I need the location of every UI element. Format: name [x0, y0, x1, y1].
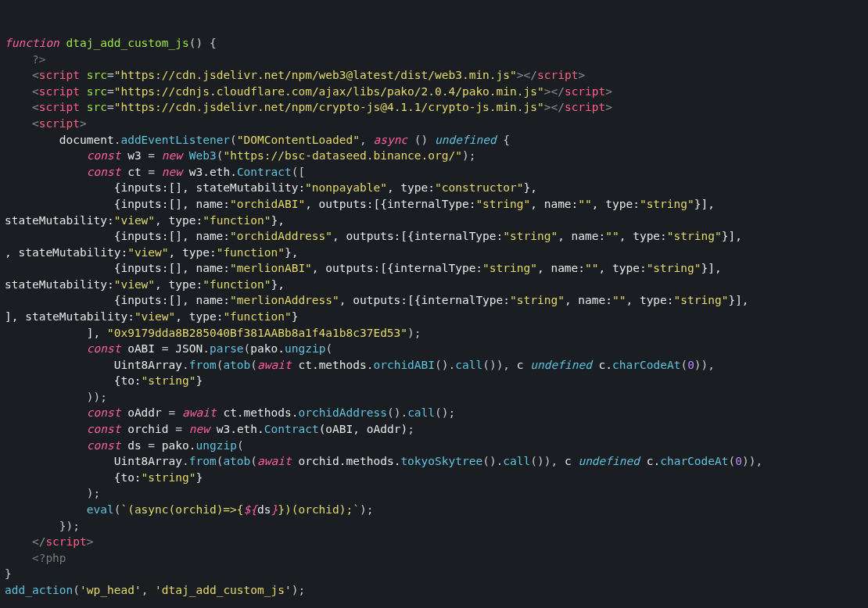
code-block: function dtaj_add_custom_js() { ?> <scri… [5, 35, 863, 598]
